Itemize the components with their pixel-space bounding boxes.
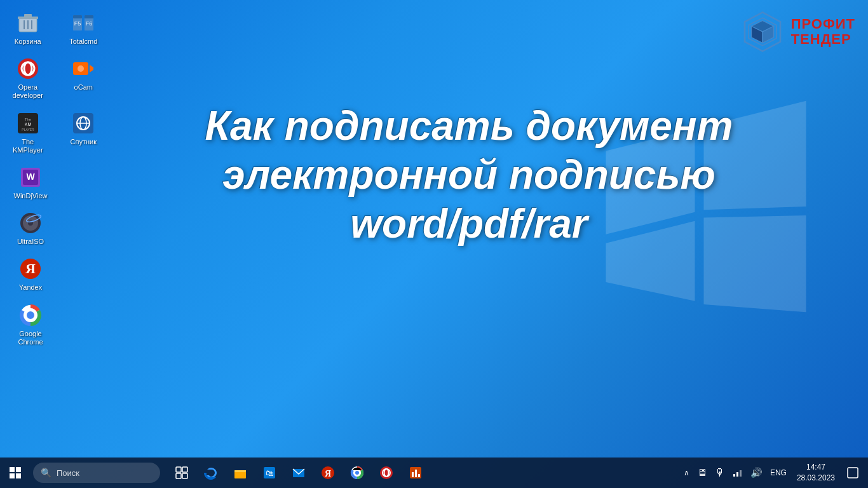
desktop-icon-windjview[interactable]: W WinDjView (5, 161, 56, 204)
search-placeholder: Поиск (57, 468, 79, 478)
taskbar-time: 14:47 (806, 462, 825, 473)
yandex-label: Yandex (19, 283, 43, 292)
svg-text:The: The (25, 118, 32, 121)
recycle-bin-icon (15, 10, 41, 36)
notification-center[interactable] (843, 463, 863, 483)
totalcmd-icon: F5 F6 (71, 10, 96, 36)
svg-point-64 (355, 471, 359, 475)
svg-rect-49 (10, 473, 15, 478)
desktop-icon-yandex[interactable]: Я Yandex (5, 252, 56, 295)
taskbar-search[interactable]: 🔍 Поиск (33, 463, 160, 483)
taskbar-icon-volume[interactable]: 🔊 (748, 467, 765, 478)
kmplayer-label: The KMPlayer (8, 138, 48, 154)
desktop-icon-ocam[interactable]: oCam (61, 52, 107, 104)
taskbar-icon-mic[interactable]: 🎙 (712, 467, 728, 478)
opera-dev-label: Opera developer (8, 83, 48, 100)
taskbar-right: ∧ 🖥 🎙 🔊 ENG 14:47 28.03.2023 (676, 458, 868, 488)
brand-name-line1: ПРОФИТ (791, 17, 855, 32)
desktop-icon-ultraiso[interactable]: UltraISO (5, 207, 56, 250)
ultraiso-icon (18, 210, 43, 236)
taskbar-icon-display[interactable]: 🖥 (695, 467, 710, 478)
kmplayer-icon: The KM PLAYER (15, 111, 41, 136)
opera-dev-icon (15, 56, 41, 81)
sputnik-label: Спутник (71, 138, 97, 146)
ocam-icon (71, 56, 96, 81)
svg-text:W: W (26, 172, 35, 182)
svg-rect-73 (736, 472, 738, 477)
desktop-icon-google-chrome[interactable]: Google Chrome (5, 299, 56, 350)
brand-name-line2: ТЕНДЕР (791, 32, 855, 47)
svg-rect-71 (418, 474, 420, 477)
svg-text:KM: KM (25, 122, 32, 126)
main-title: Как подписать документ электронной подпи… (108, 102, 830, 248)
yandex-icon: Я (18, 256, 43, 281)
taskbar-date: 28.03.2023 (797, 473, 835, 484)
recycle-bin-label: Корзина (15, 37, 41, 46)
svg-text:Я: Я (325, 469, 331, 478)
svg-rect-50 (16, 473, 21, 478)
svg-rect-47 (10, 467, 15, 472)
svg-rect-69 (412, 472, 414, 477)
ultraiso-label: UltraISO (17, 238, 44, 246)
opera-tb-button[interactable] (372, 459, 400, 487)
desktop-icon-recycle-bin[interactable]: Корзина (5, 6, 51, 50)
svg-text:F5: F5 (74, 20, 81, 27)
search-icon: 🔍 (41, 468, 51, 478)
sputnik-icon (71, 111, 96, 136)
svg-rect-13 (85, 15, 93, 18)
yandex-tb-button[interactable]: Я (314, 459, 342, 487)
totalcmd-label: Totalcmd (69, 37, 97, 46)
title-line1: Как подписать документ (108, 102, 830, 151)
desktop-icon-sputnik[interactable]: Спутник (61, 107, 107, 158)
windjview-label: WinDjView (14, 192, 48, 200)
language-label: ENG (770, 468, 787, 477)
svg-text:PLAYER: PLAYER (22, 128, 34, 132)
windjview-icon: W (18, 165, 43, 190)
start-button[interactable] (0, 458, 31, 488)
svg-rect-72 (733, 474, 735, 477)
taskbar-language[interactable]: ENG (768, 468, 789, 477)
taskbar-apps: 🛍 Я (163, 459, 676, 487)
desktop-icon-opera-dev[interactable]: Opera developer (5, 52, 51, 104)
svg-marker-20 (90, 65, 93, 72)
media-tb-button[interactable] (402, 459, 430, 487)
title-line3: word/pdf/rar (108, 200, 830, 248)
brand-icon (740, 10, 785, 54)
svg-rect-75 (848, 468, 858, 478)
explorer-button[interactable] (226, 459, 254, 487)
brand-logo: ПРОФИТ ТЕНДЕР (740, 10, 855, 54)
ocam-label: oCam (74, 83, 93, 92)
svg-rect-56 (234, 470, 246, 472)
taskbar-icon-network[interactable] (730, 468, 745, 478)
brand-text: ПРОФИТ ТЕНДЕР (791, 17, 855, 47)
edge-button[interactable] (197, 459, 225, 487)
svg-point-41 (27, 311, 34, 319)
desktop-icons: Корзина F5 F6 Totalcmd (0, 0, 111, 356)
svg-rect-51 (176, 467, 181, 472)
svg-text:Я: Я (25, 261, 36, 276)
svg-text:🛍: 🛍 (266, 468, 274, 478)
store-button[interactable]: 🛍 (255, 459, 283, 487)
taskbar-clock[interactable]: 14:47 28.03.2023 (792, 462, 840, 484)
taskview-button[interactable] (168, 459, 196, 487)
desktop-icon-totalcmd[interactable]: F5 F6 Totalcmd (61, 6, 107, 50)
svg-rect-48 (16, 467, 21, 472)
svg-rect-6 (24, 14, 32, 17)
title-line2: электронной подписью (108, 151, 830, 200)
google-chrome-icon (18, 302, 43, 328)
svg-rect-12 (73, 15, 82, 18)
svg-point-21 (78, 65, 84, 72)
svg-rect-74 (740, 470, 742, 477)
svg-rect-53 (176, 473, 181, 478)
svg-rect-52 (182, 467, 187, 472)
mail-button[interactable] (285, 459, 313, 487)
svg-text:F6: F6 (86, 20, 93, 27)
taskbar: 🔍 Поиск (0, 458, 868, 488)
chevron-up-icon: ∧ (684, 468, 689, 477)
tray-icons[interactable]: ∧ (681, 468, 692, 477)
svg-rect-70 (415, 470, 417, 477)
chrome-tb-button[interactable] (343, 459, 371, 487)
google-chrome-label: Google Chrome (8, 330, 53, 346)
svg-rect-54 (182, 473, 187, 478)
desktop-icon-kmplayer[interactable]: The KM PLAYER The KMPlayer (5, 107, 51, 158)
